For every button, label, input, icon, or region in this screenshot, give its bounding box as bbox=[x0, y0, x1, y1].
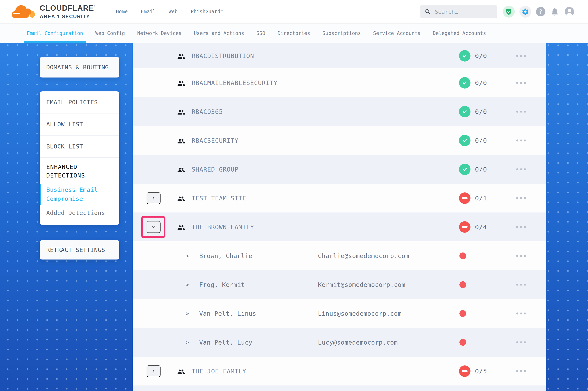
member-status-dot bbox=[459, 281, 466, 288]
member-count: 0/1 bbox=[475, 195, 487, 202]
sidebar-item-added-detections[interactable]: Added Detections bbox=[46, 209, 113, 216]
member-count: 0/0 bbox=[475, 52, 487, 60]
tab-delegated-accounts[interactable]: Delegated Accounts bbox=[430, 23, 489, 43]
member-status-dot bbox=[459, 310, 466, 317]
sub-nav: Email ConfigurationWeb ConfigNetwork Dev… bbox=[0, 23, 588, 43]
group-row: SHARED_GROUP0/0 bbox=[133, 155, 546, 184]
brand-trademark: ' bbox=[94, 5, 95, 8]
sidebar-item-business-email-compromise[interactable]: Business Email Compromise bbox=[46, 186, 113, 203]
member-count: 0/0 bbox=[475, 166, 487, 173]
row-actions-menu-icon[interactable] bbox=[516, 166, 526, 172]
member-row: >Frog, KermitKermit@somedemocorp.com bbox=[133, 270, 546, 299]
row-actions-menu-icon[interactable] bbox=[516, 339, 526, 345]
member-email: Charlie@somedemocorp.com bbox=[318, 252, 409, 259]
member-chevron-icon[interactable]: > bbox=[185, 310, 189, 317]
tab-users-and-actions[interactable]: Users and Actions bbox=[191, 23, 247, 43]
row-actions-menu-icon[interactable] bbox=[516, 137, 526, 144]
group-icon bbox=[177, 224, 185, 230]
group-icon bbox=[177, 137, 185, 144]
row-actions-menu-icon[interactable] bbox=[516, 108, 526, 115]
top-nav-link-home[interactable]: Home bbox=[116, 9, 128, 14]
status-blocked-icon bbox=[459, 365, 470, 377]
sidebar-item-retract-settings[interactable]: RETRACT SETTINGS bbox=[46, 246, 105, 253]
group-icon bbox=[177, 53, 185, 59]
status-blocked-icon bbox=[459, 221, 470, 233]
status-ok-icon bbox=[459, 135, 470, 146]
member-chevron-icon[interactable]: > bbox=[185, 339, 189, 346]
tab-service-accounts[interactable]: Service Accounts bbox=[370, 23, 424, 43]
member-row: >Brown, CharlieCharlie@somedemocorp.com bbox=[133, 241, 546, 270]
empty-row bbox=[133, 386, 546, 391]
sidebar-item-allow-list[interactable]: ALLOW LIST bbox=[40, 113, 119, 136]
group-name: TEST TEAM SITE bbox=[192, 195, 246, 202]
group-name: RBACO365 bbox=[192, 108, 223, 115]
member-email: Linus@somedemocorp.com bbox=[318, 310, 402, 317]
row-actions-menu-icon[interactable] bbox=[516, 310, 526, 316]
tab-subscriptions[interactable]: Subscriptions bbox=[319, 23, 364, 43]
member-name: Brown, Charlie bbox=[199, 252, 252, 259]
group-name: RBACMAILENABLESECURITY bbox=[192, 79, 278, 86]
member-count: 0/5 bbox=[475, 368, 487, 375]
group-row: TEST TEAM SITE0/1 bbox=[133, 184, 546, 212]
highlight-box bbox=[141, 216, 165, 238]
expand-group-button[interactable] bbox=[147, 365, 160, 377]
sidebar-item-domains-routing[interactable]: DOMAINS & ROUTING bbox=[46, 64, 109, 71]
group-row: RBACDISTRUBUTION0/0 bbox=[133, 43, 546, 68]
group-name: THE BROWN FAMILY bbox=[192, 223, 254, 230]
tab-sso[interactable]: SSO bbox=[253, 23, 268, 43]
group-row: RBACMAILENABLESECURITY0/0 bbox=[133, 68, 546, 97]
shield-check-icon[interactable] bbox=[503, 6, 515, 18]
groups-list-panel: RBACDISTRUBUTION0/0RBACMAILENABLESECURIT… bbox=[133, 43, 546, 391]
brand: CLOUDFLARE' AREA 1 SECURITY bbox=[11, 3, 112, 20]
expand-group-button[interactable] bbox=[147, 192, 160, 204]
status-ok-icon bbox=[459, 164, 470, 175]
group-name: SHARED_GROUP bbox=[192, 166, 239, 173]
tab-web-config[interactable]: Web Config bbox=[92, 23, 128, 43]
tab-network-devices[interactable]: Network Devices bbox=[134, 23, 185, 43]
gear-icon[interactable] bbox=[519, 6, 531, 18]
top-nav-link-email[interactable]: Email bbox=[141, 9, 155, 14]
sidebar-card-retract-settings[interactable]: RETRACT SETTINGS bbox=[40, 240, 119, 260]
search-icon bbox=[425, 8, 431, 15]
member-email: Kermit@somedemocorp.com bbox=[318, 281, 405, 288]
sidebar-item-email-policies[interactable]: EMAIL POLICIES bbox=[40, 92, 119, 113]
row-actions-menu-icon[interactable] bbox=[516, 282, 526, 288]
group-icon bbox=[177, 166, 185, 173]
member-status-dot bbox=[459, 339, 466, 346]
avatar-icon[interactable] bbox=[564, 6, 575, 17]
row-actions-menu-icon[interactable] bbox=[516, 53, 526, 59]
status-ok-icon bbox=[459, 106, 470, 117]
search-box[interactable] bbox=[420, 5, 497, 18]
row-actions-menu-icon[interactable] bbox=[516, 368, 526, 374]
tab-directories[interactable]: Directories bbox=[275, 23, 313, 43]
tab-email-configuration[interactable]: Email Configuration bbox=[24, 23, 86, 43]
background-canvas: DOMAINS & ROUTING EMAIL POLICIES ALLOW L… bbox=[0, 43, 588, 391]
group-row: THE JOE FAMILY0/5 bbox=[133, 357, 546, 386]
member-count: 0/4 bbox=[475, 223, 487, 231]
top-nav-link-phishguard[interactable]: PhishGuard™ bbox=[191, 9, 223, 14]
group-icon bbox=[177, 80, 185, 86]
top-nav-link-web[interactable]: Web bbox=[169, 9, 177, 14]
bell-icon[interactable] bbox=[550, 7, 560, 16]
member-chevron-icon[interactable]: > bbox=[185, 252, 189, 259]
row-actions-menu-icon[interactable] bbox=[516, 80, 526, 86]
row-actions-menu-icon[interactable] bbox=[516, 253, 526, 259]
group-icon bbox=[177, 368, 185, 375]
status-blocked-icon bbox=[459, 193, 470, 204]
brand-text: CLOUDFLARE' AREA 1 SECURITY bbox=[40, 4, 95, 19]
row-actions-menu-icon[interactable] bbox=[516, 224, 526, 230]
brand-subtitle: AREA 1 SECURITY bbox=[40, 14, 95, 19]
group-name: RBACDISTRUBUTION bbox=[192, 52, 254, 59]
member-row: >Van Pelt, LinusLinus@somedemocorp.com bbox=[133, 299, 546, 328]
group-row: RBACSECURITY0/0 bbox=[133, 126, 546, 155]
group-name: RBACSECURITY bbox=[192, 137, 239, 144]
sidebar-item-enhanced-detections[interactable]: ENHANCED DETECTIONS bbox=[46, 163, 113, 180]
brand-name: CLOUDFLARE' bbox=[40, 4, 95, 12]
row-actions-menu-icon[interactable] bbox=[516, 195, 526, 201]
member-chevron-icon[interactable]: > bbox=[185, 281, 189, 288]
help-icon[interactable]: ? bbox=[536, 7, 545, 16]
member-status-dot bbox=[459, 252, 466, 259]
sidebar-item-block-list[interactable]: BLOCK LIST bbox=[40, 136, 119, 158]
sidebar-card-domains-routing[interactable]: DOMAINS & ROUTING bbox=[40, 57, 119, 78]
search-input[interactable] bbox=[435, 8, 492, 15]
